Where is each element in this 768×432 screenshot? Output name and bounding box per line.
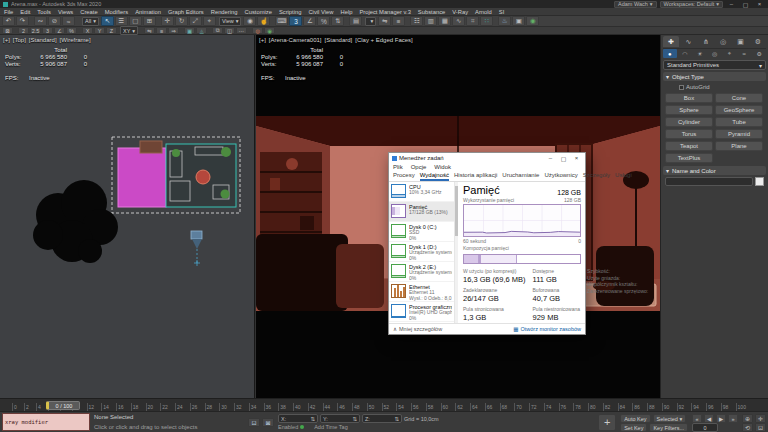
orbit-icon[interactable]: ⟲ — [742, 423, 753, 432]
rollout-object-type[interactable]: ▾ Object Type — [663, 72, 766, 81]
auto-key-button[interactable]: Auto Key — [620, 414, 650, 423]
tm-tab-u-ytkownicy[interactable]: Użytkownicy — [544, 171, 577, 181]
undo-icon[interactable]: ↶ — [2, 16, 15, 26]
perf-item-procesor-graficzny[interactable]: Procesor graficznyIntel(R) UHD Graphics0… — [389, 302, 454, 322]
xview-icon[interactable]: ◬ — [196, 27, 207, 34]
autogrid-checkbox[interactable]: AutoGrid — [679, 83, 766, 91]
primitive-button-geosphere[interactable]: GeoSphere — [715, 105, 763, 115]
fewer-details-button[interactable]: ∧ Mniej szczegółów — [393, 326, 442, 332]
plane-constraint-dropdown[interactable]: XY▾ — [120, 26, 138, 35]
viewport-pov-label[interactable]: [Arena-Camera001] — [269, 37, 322, 43]
render-iterative-icon[interactable]: ◍ — [252, 27, 263, 34]
category-helpers[interactable]: ⌖ — [722, 49, 736, 58]
primitive-button-cone[interactable]: Cone — [715, 93, 763, 103]
category-lights[interactable]: ☀ — [693, 49, 707, 58]
perf-item-dysk-2-e[interactable]: Dysk 2 (E:)Urządzenie systemowe0% — [389, 262, 454, 282]
menu-item-si[interactable]: SI — [499, 9, 504, 15]
go-to-start-button[interactable]: « — [692, 414, 702, 423]
quick-align-icon[interactable]: ⇒ — [168, 27, 179, 34]
primitive-button-plane[interactable]: Plane — [715, 141, 763, 151]
z-constraint-button[interactable]: Z — [106, 27, 117, 34]
keyboard-override-icon[interactable]: ⌨ — [275, 16, 288, 26]
select-by-name-icon[interactable]: ☰ — [115, 16, 128, 26]
maximize-button[interactable]: ▢ — [740, 1, 751, 8]
percent-snap-toggle-icon[interactable]: % — [66, 27, 77, 34]
tm-tab-wydajno[interactable]: Wydajność — [420, 171, 449, 181]
tm-menu-widok[interactable]: Widok — [434, 164, 451, 170]
go-to-end-button[interactable]: » — [728, 414, 738, 423]
menu-item-civil-view[interactable]: Civil View — [308, 9, 333, 15]
current-frame-field[interactable]: 0 — [692, 423, 718, 432]
primitive-button-box[interactable]: Box — [665, 93, 713, 103]
viewport-pov-label[interactable]: [Top] — [13, 37, 26, 43]
panel-tab-create[interactable]: ✚ — [663, 36, 679, 47]
maximize-viewport-icon[interactable]: ⊡ — [755, 423, 766, 432]
menu-item-help[interactable]: Help — [340, 9, 352, 15]
mirror-icon[interactable]: ⇋ — [378, 16, 391, 26]
selection-lock-icon[interactable]: ⊠ — [262, 418, 274, 427]
perf-item-cpu[interactable]: CPU10% 3,34 GHz — [389, 182, 454, 202]
isolate-selection-toggle[interactable]: ⊡ — [248, 418, 260, 427]
panel-tab-display[interactable]: ▣ — [732, 36, 748, 47]
selected-dropdown[interactable]: Selected ▾ — [653, 414, 687, 423]
primitive-button-torus[interactable]: Torus — [665, 129, 713, 139]
tm-maximize-button[interactable]: ▢ — [558, 154, 569, 163]
menu-item-modifiers[interactable]: Modifiers — [105, 9, 129, 15]
spinner-icon[interactable]: ⇅ — [394, 416, 399, 422]
select-and-move-icon[interactable]: ✛ — [161, 16, 174, 26]
category-systems[interactable]: ⚙ — [752, 49, 766, 58]
tm-close-button[interactable]: × — [571, 154, 582, 163]
tm-minimize-button[interactable]: – — [545, 154, 556, 163]
graphite-ribbon-icon[interactable]: ▦ — [438, 16, 451, 26]
task-manager-titlebar[interactable]: Menedżer zadań – ▢ × — [389, 153, 585, 163]
create-key-button[interactable]: + — [598, 414, 616, 431]
close-button[interactable]: × — [754, 1, 765, 8]
menu-item-substance[interactable]: Substance — [418, 9, 445, 15]
y-coordinate-field[interactable]: Y:⇅ — [320, 414, 360, 423]
camera-gizmo[interactable] — [191, 231, 202, 266]
x-constraint-button[interactable]: X — [82, 27, 93, 34]
select-and-rotate-icon[interactable]: ↻ — [175, 16, 188, 26]
redo-icon[interactable]: ↷ — [16, 16, 29, 26]
workspace-dropdown[interactable]: Workspaces: Default▾ — [660, 1, 723, 8]
zoom-icon[interactable]: ⊕ — [742, 414, 753, 423]
set-key-button[interactable]: Set Key — [620, 423, 647, 432]
panel-tab-modify[interactable]: ∿ — [680, 36, 696, 47]
plan-magenta-room[interactable] — [118, 148, 166, 207]
menu-item-graph-editors[interactable]: Graph Editors — [168, 9, 204, 15]
named-selection-dropdown[interactable]: ▾ — [365, 17, 376, 26]
material-editor-icon[interactable]: ∷ — [480, 16, 493, 26]
rectangular-region-icon[interactable]: ▢ — [129, 16, 142, 26]
viewport-menu-plus[interactable]: [+] — [3, 37, 10, 43]
snapshot-icon[interactable]: ◫ — [224, 27, 235, 34]
align-tool-icon[interactable]: ≡ — [156, 27, 167, 34]
panel-tab-motion[interactable]: ◎ — [715, 36, 731, 47]
render-production-icon[interactable]: ◉ — [526, 16, 539, 26]
open-resource-monitor-link[interactable]: ▦ Otwórz monitor zasobów — [513, 326, 581, 332]
primitive-button-sphere[interactable]: Sphere — [665, 105, 713, 115]
y-constraint-button[interactable]: Y — [94, 27, 105, 34]
task-manager-window[interactable]: Menedżer zadań – ▢ × Plik Opcje Widok Pr… — [388, 152, 586, 335]
tm-tab-szczeg-y[interactable]: Szczegóły — [583, 171, 610, 181]
select-and-place-icon[interactable]: ⌖ — [203, 16, 216, 26]
menu-item-rendering[interactable]: Rendering — [211, 9, 238, 15]
select-and-link-icon[interactable]: ∾ — [34, 16, 47, 26]
tm-menu-plik[interactable]: Plik — [393, 164, 403, 170]
play-button[interactable]: ▶ — [716, 414, 726, 423]
maxscript-mini-listener[interactable]: xray modifier — [2, 413, 90, 431]
x-coordinate-field[interactable]: X:⇅ — [278, 414, 318, 423]
viewport-menu-plus[interactable]: [+] — [259, 37, 266, 43]
minimize-button[interactable]: – — [726, 1, 737, 8]
category-geometry[interactable]: ● — [663, 49, 677, 58]
align-icon[interactable]: ≡ — [392, 16, 405, 26]
menu-item-arnold[interactable]: Arnold — [475, 9, 492, 15]
perf-item-dysk-0-c[interactable]: Dysk 0 (C:)SSD0% — [389, 222, 454, 242]
menu-item-edit[interactable]: Edit — [20, 9, 30, 15]
menu-item-project-manager-v-3[interactable]: Project Manager v.3 — [359, 9, 410, 15]
selection-filter-dropdown[interactable]: All▾ — [82, 17, 99, 26]
angle-snap-toggle-icon[interactable]: ∠ — [54, 27, 65, 34]
menu-item-customize[interactable]: Customize — [244, 9, 271, 15]
tm-tab-historia-aplikacji[interactable]: Historia aplikacji — [454, 171, 497, 181]
add-time-tag[interactable]: Add Time Tag — [314, 424, 348, 430]
viewport-top[interactable]: [+] [Top] [Standard] [Wireframe] Total P… — [0, 35, 255, 398]
